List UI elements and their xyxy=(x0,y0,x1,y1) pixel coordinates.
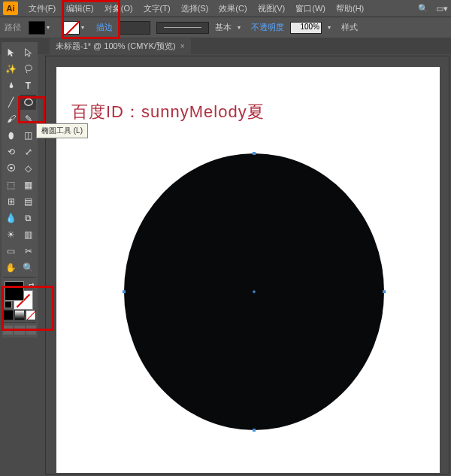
lasso-tool[interactable] xyxy=(20,62,36,77)
style-label[interactable]: 样式 xyxy=(341,22,358,33)
line-tool[interactable]: ╱ xyxy=(3,95,19,110)
slice-tool[interactable]: ✂ xyxy=(20,244,36,259)
stroke-swatch[interactable] xyxy=(63,21,80,35)
free-transform-tool[interactable]: ◇ xyxy=(20,161,36,176)
fill-control[interactable]: ▾ xyxy=(27,20,56,36)
draw-mode-inside[interactable] xyxy=(26,326,36,335)
menu-help[interactable]: 帮助(H) xyxy=(331,2,368,16)
width-tool[interactable]: ⦿ xyxy=(3,161,19,176)
opacity-label[interactable]: 不透明度 xyxy=(251,22,284,33)
perspective-tool[interactable]: ▦ xyxy=(20,177,36,193)
opacity-dropdown-icon[interactable]: ▾ xyxy=(328,24,335,31)
stroke-weight-input[interactable] xyxy=(119,21,150,35)
menu-view[interactable]: 视图(V) xyxy=(253,2,290,16)
menu-select[interactable]: 选择(S) xyxy=(177,2,213,16)
control-bar: 路径 ▾ ▾ 描边 基本 ▾ 不透明度 100% ▾ 样式 xyxy=(0,17,451,38)
search-icon[interactable]: 🔍 xyxy=(415,2,431,15)
svg-point-0 xyxy=(25,65,32,71)
paintbrush-tool[interactable]: 🖌 xyxy=(3,111,19,126)
color-mode-none[interactable] xyxy=(26,310,36,320)
hand-tool[interactable]: ✋ xyxy=(3,260,19,275)
stroke-control[interactable]: ▾ xyxy=(62,20,90,36)
mesh-tool[interactable]: ⊞ xyxy=(3,194,19,209)
pen-tool[interactable] xyxy=(3,78,19,93)
artboard-tool[interactable]: ▭ xyxy=(3,244,19,259)
opacity-input[interactable]: 100% xyxy=(290,22,322,34)
ellipse-tooltip: 椭圆工具 (L) xyxy=(36,123,88,138)
pencil-tool[interactable]: ✎ xyxy=(20,111,36,126)
stroke-label[interactable]: 描边 xyxy=(96,22,113,33)
stroke-dropdown-icon[interactable]: ▾ xyxy=(81,24,89,31)
type-tool[interactable]: T xyxy=(20,78,36,93)
document-tab-bar: 未标题-1* @ 100% (CMYK/预览) × xyxy=(0,38,451,54)
workspace-switcher[interactable]: ▭▾ xyxy=(433,2,451,15)
default-colors-icon[interactable] xyxy=(5,301,12,308)
menu-bar: Ai 文件(F) 编辑(E) 对象(O) 文字(T) 选择(S) 效果(C) 视… xyxy=(0,0,451,17)
svg-point-1 xyxy=(24,99,32,106)
fill-dropdown-icon[interactable]: ▾ xyxy=(47,24,54,31)
toolbar-fill-swatch[interactable] xyxy=(5,281,24,301)
color-mode-solid[interactable] xyxy=(3,310,14,320)
menu-type[interactable]: 文字(T) xyxy=(139,2,175,16)
menu-file[interactable]: 文件(F) xyxy=(24,2,60,16)
swap-colors-icon[interactable]: ⇄ xyxy=(29,281,35,289)
gradient-tool[interactable]: ▤ xyxy=(20,194,36,209)
color-modes xyxy=(3,310,36,320)
brush-dropdown-icon[interactable]: ▾ xyxy=(238,24,245,31)
toolbar: ✨ T ╱ 🖌 ✎ ⬮ ◫ ⟲ ⤢ ⦿ ◇ ⬚ ▦ ⊞ ▤ 💧 ⧉ ☀ ▥ ▭ xyxy=(2,42,38,338)
brush-basic-label: 基本 xyxy=(215,22,232,33)
bottom-anchor[interactable] xyxy=(253,429,256,432)
rotate-tool[interactable]: ⟲ xyxy=(3,144,19,159)
menu-edit[interactable]: 编辑(E) xyxy=(62,2,98,16)
eyedropper-tool[interactable]: 💧 xyxy=(3,211,19,226)
menu-object[interactable]: 对象(O) xyxy=(100,2,138,16)
blob-brush-tool[interactable]: ⬮ xyxy=(3,128,19,143)
watermark-text: 百度ID：sunnyMelody夏 xyxy=(71,101,265,123)
canvas-area: 百度ID：sunnyMelody夏 xyxy=(45,56,449,474)
right-anchor[interactable] xyxy=(383,290,386,293)
top-anchor[interactable] xyxy=(253,152,256,155)
blend-tool[interactable]: ⧉ xyxy=(20,211,36,226)
scale-tool[interactable]: ⤢ xyxy=(20,144,36,159)
ellipse-tool[interactable] xyxy=(20,95,36,110)
zoom-tool[interactable]: 🔍 xyxy=(20,260,36,275)
symbol-tool[interactable]: ☀ xyxy=(3,227,19,242)
fill-stroke-colors[interactable]: ⇄ xyxy=(3,280,36,308)
app-logo: Ai xyxy=(3,2,18,15)
menu-effect[interactable]: 效果(C) xyxy=(214,2,251,16)
shape-builder-tool[interactable]: ⬚ xyxy=(3,177,19,193)
draw-mode-normal[interactable] xyxy=(3,326,13,335)
screen-modes xyxy=(3,326,36,335)
selection-tool[interactable] xyxy=(3,45,19,60)
artboard[interactable]: 百度ID：sunnyMelody夏 xyxy=(56,67,440,473)
direct-selection-tool[interactable] xyxy=(20,45,36,60)
color-mode-gradient[interactable] xyxy=(14,310,25,320)
document-title: 未标题-1* @ 100% (CMYK/预览) xyxy=(56,41,176,52)
center-anchor[interactable] xyxy=(253,291,256,293)
document-tab[interactable]: 未标题-1* @ 100% (CMYK/预览) × xyxy=(50,38,191,54)
brush-definition[interactable] xyxy=(156,22,209,34)
left-anchor[interactable] xyxy=(123,290,126,293)
menu-window[interactable]: 窗口(W) xyxy=(291,2,330,16)
ellipse-shape[interactable] xyxy=(124,153,384,430)
fill-swatch[interactable] xyxy=(29,21,45,35)
path-label: 路径 xyxy=(5,22,21,33)
eraser-tool[interactable]: ◫ xyxy=(20,128,36,143)
magic-wand-tool[interactable]: ✨ xyxy=(3,62,19,77)
draw-mode-behind[interactable] xyxy=(14,326,24,335)
graph-tool[interactable]: ▥ xyxy=(20,227,36,242)
close-tab-icon[interactable]: × xyxy=(180,42,185,50)
